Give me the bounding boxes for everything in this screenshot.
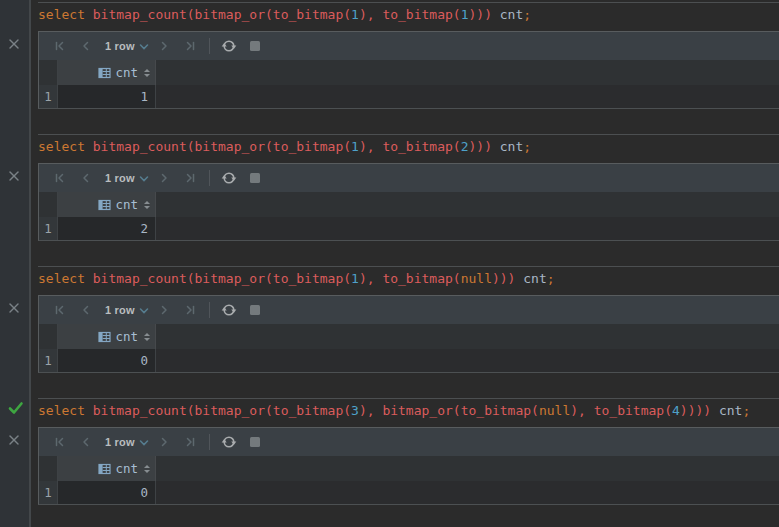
row-filler — [156, 349, 779, 372]
previous-page-button[interactable] — [75, 299, 97, 321]
sort-icon[interactable] — [144, 69, 150, 77]
previous-page-button[interactable] — [75, 35, 97, 57]
chevron-down-icon — [139, 43, 149, 50]
stop-button[interactable] — [244, 35, 266, 57]
column-name: cnt — [115, 461, 138, 476]
first-page-button[interactable] — [49, 431, 71, 453]
rows-count-label: 1 row — [105, 436, 135, 448]
next-page-button[interactable] — [153, 35, 175, 57]
rows-count-label: 1 row — [105, 40, 135, 52]
page-size-dropdown[interactable]: 1 row — [105, 436, 149, 448]
row-number-cell[interactable]: 1 — [39, 217, 58, 240]
stop-button[interactable] — [244, 167, 266, 189]
previous-page-button[interactable] — [75, 167, 97, 189]
page-size-dropdown[interactable]: 1 row — [105, 304, 149, 316]
row-filler — [156, 481, 779, 504]
grid-header-row: cnt — [39, 456, 779, 481]
last-page-button[interactable] — [179, 35, 201, 57]
sql-statement[interactable]: select bitmap_count(bitmap_or(to_bitmap(… — [38, 401, 779, 421]
result-toolbar: 1 row — [39, 32, 779, 60]
page-size-dropdown[interactable]: 1 row — [105, 40, 149, 52]
column-name: cnt — [115, 197, 138, 212]
statement-divider — [38, 398, 779, 399]
sort-icon[interactable] — [144, 201, 150, 209]
row-number-cell[interactable]: 1 — [39, 349, 58, 372]
result-toolbar: 1 row — [39, 428, 779, 456]
row-number-header — [39, 60, 58, 85]
column-icon — [98, 67, 111, 79]
next-page-button[interactable] — [153, 431, 175, 453]
sql-statement[interactable]: select bitmap_count(bitmap_or(to_bitmap(… — [38, 5, 779, 25]
header-filler — [156, 192, 779, 217]
reload-button[interactable] — [218, 431, 240, 453]
column-header-cnt[interactable]: cnt — [58, 60, 156, 85]
column-name: cnt — [115, 329, 138, 344]
result-panel: 1 row cnt 1 1 — [38, 31, 779, 109]
row-number-cell[interactable]: 1 — [39, 481, 58, 504]
grid-data-row: 1 2 — [39, 217, 779, 240]
previous-page-button[interactable] — [75, 431, 97, 453]
chevron-down-icon — [139, 175, 149, 182]
grid-header-row: cnt — [39, 192, 779, 217]
sql-statement[interactable]: select bitmap_count(bitmap_or(to_bitmap(… — [38, 269, 779, 289]
statement-divider — [38, 2, 779, 3]
next-page-button[interactable] — [153, 167, 175, 189]
value-cell-cnt[interactable]: 2 — [58, 217, 156, 240]
close-result-icon[interactable] — [8, 302, 22, 316]
first-page-button[interactable] — [49, 167, 71, 189]
result-toolbar: 1 row — [39, 296, 779, 324]
reload-button[interactable] — [218, 299, 240, 321]
stop-button[interactable] — [244, 431, 266, 453]
sort-icon[interactable] — [144, 333, 150, 341]
reload-button[interactable] — [218, 35, 240, 57]
column-header-cnt[interactable]: cnt — [58, 456, 156, 481]
row-number-header — [39, 456, 58, 481]
close-result-icon[interactable] — [8, 434, 22, 448]
grid-header-row: cnt — [39, 324, 779, 349]
last-page-button[interactable] — [179, 299, 201, 321]
grid-data-row: 1 1 — [39, 85, 779, 108]
header-filler — [156, 456, 779, 481]
header-filler — [156, 60, 779, 85]
rows-count-label: 1 row — [105, 304, 135, 316]
column-icon — [98, 331, 111, 343]
page-size-dropdown[interactable]: 1 row — [105, 172, 149, 184]
rows-count-label: 1 row — [105, 172, 135, 184]
sql-statement[interactable]: select bitmap_count(bitmap_or(to_bitmap(… — [38, 137, 779, 157]
row-filler — [156, 217, 779, 240]
first-page-button[interactable] — [49, 299, 71, 321]
toolbar-separator — [209, 434, 210, 450]
statement-divider — [38, 266, 779, 267]
sort-icon[interactable] — [144, 465, 150, 473]
column-header-cnt[interactable]: cnt — [58, 324, 156, 349]
row-number-cell[interactable]: 1 — [39, 85, 58, 108]
result-panel: 1 row cnt 1 0 — [38, 295, 779, 373]
header-filler — [156, 324, 779, 349]
result-panel: 1 row cnt 1 2 — [38, 163, 779, 241]
value-cell-cnt[interactable]: 0 — [58, 349, 156, 372]
chevron-down-icon — [139, 307, 149, 314]
toolbar-separator — [209, 302, 210, 318]
row-number-header — [39, 324, 58, 349]
column-name: cnt — [115, 65, 138, 80]
row-filler — [156, 85, 779, 108]
stop-button[interactable] — [244, 299, 266, 321]
toolbar-separator — [209, 170, 210, 186]
success-check-icon — [8, 401, 22, 415]
value-cell-cnt[interactable]: 1 — [58, 85, 156, 108]
row-number-header — [39, 192, 58, 217]
result-panel: 1 row cnt 1 0 — [38, 427, 779, 505]
last-page-button[interactable] — [179, 167, 201, 189]
value-cell-cnt[interactable]: 0 — [58, 481, 156, 504]
toolbar-separator — [209, 38, 210, 54]
grid-header-row: cnt — [39, 60, 779, 85]
chevron-down-icon — [139, 439, 149, 446]
column-header-cnt[interactable]: cnt — [58, 192, 156, 217]
close-result-icon[interactable] — [8, 38, 22, 52]
next-page-button[interactable] — [153, 299, 175, 321]
first-page-button[interactable] — [49, 35, 71, 57]
result-toolbar: 1 row — [39, 164, 779, 192]
close-result-icon[interactable] — [8, 170, 22, 184]
reload-button[interactable] — [218, 167, 240, 189]
last-page-button[interactable] — [179, 431, 201, 453]
